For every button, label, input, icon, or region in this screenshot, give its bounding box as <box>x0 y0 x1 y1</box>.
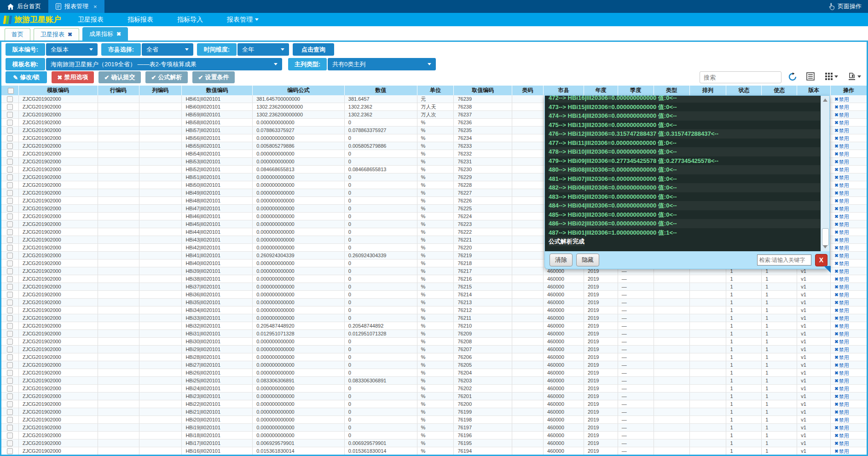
disable-row-link[interactable]: ✖禁用 <box>834 252 849 259</box>
row-checkbox[interactable] <box>7 409 13 415</box>
disable-row-link[interactable]: ✖禁用 <box>834 283 849 290</box>
row-checkbox[interactable] <box>7 245 13 251</box>
row-checkbox[interactable] <box>7 448 13 454</box>
disable-row-link[interactable]: ✖禁用 <box>834 197 849 204</box>
row-checkbox[interactable] <box>7 370 13 376</box>
row-checkbox[interactable] <box>7 159 13 165</box>
disable-row-link[interactable]: ✖禁用 <box>834 205 849 212</box>
row-checkbox[interactable] <box>7 331 13 337</box>
disable-row-link[interactable]: ✖禁用 <box>834 432 849 439</box>
row-checkbox[interactable] <box>7 292 13 298</box>
console-clear-button[interactable]: 清除 <box>550 254 573 266</box>
disable-row-link[interactable]: ✖禁用 <box>834 377 849 384</box>
set-condition-button[interactable]: ✔设置条件 <box>192 71 235 83</box>
disable-row-link[interactable]: ✖禁用 <box>834 409 849 416</box>
disable-row-link[interactable]: ✖禁用 <box>834 96 849 103</box>
header-value-code[interactable]: 数值编码 <box>182 86 253 95</box>
disable-row-link[interactable]: ✖禁用 <box>834 299 849 306</box>
row-checkbox[interactable] <box>7 229 13 235</box>
disable-row-link[interactable]: ✖禁用 <box>834 111 849 118</box>
scrollbar-thumb[interactable] <box>822 228 829 246</box>
console-hide-button[interactable]: 隐藏 <box>576 254 599 266</box>
home-tab[interactable]: 后台首页 <box>0 0 48 13</box>
row-checkbox[interactable] <box>7 362 13 368</box>
query-button[interactable]: 点击查询 <box>293 43 334 56</box>
row-checkbox[interactable] <box>7 346 13 352</box>
disable-row-link[interactable]: ✖禁用 <box>834 330 849 337</box>
row-checkbox[interactable] <box>7 174 13 180</box>
tab-result-indicator[interactable]: 成果指标✖ <box>82 27 128 40</box>
disable-row-link[interactable]: ✖禁用 <box>834 276 849 283</box>
row-checkbox[interactable] <box>7 417 13 423</box>
disable-row-link[interactable]: ✖禁用 <box>834 338 849 345</box>
header-quarter[interactable]: 季度 <box>618 86 654 95</box>
disable-row-link[interactable]: ✖禁用 <box>834 213 849 220</box>
list-view-button[interactable] <box>806 72 815 81</box>
disable-row-link[interactable]: ✖禁用 <box>834 315 849 322</box>
disable-row-link[interactable]: ✖禁用 <box>834 150 849 157</box>
scroll-up-icon[interactable] <box>823 98 827 102</box>
row-checkbox[interactable] <box>7 276 13 282</box>
header-formula[interactable]: 编码公式 <box>253 86 345 95</box>
header-county[interactable]: 市县 <box>544 86 584 95</box>
row-checkbox[interactable] <box>7 253 13 259</box>
search-input[interactable] <box>700 71 781 83</box>
header-template-code[interactable]: 模板编码 <box>19 86 98 95</box>
header-operation[interactable]: 操作 <box>831 86 867 95</box>
modify-lock-button[interactable]: ✎修改/锁 <box>6 71 47 83</box>
header-version[interactable]: 版本 <box>797 86 831 95</box>
confirm-submit-button[interactable]: ✔确认提交 <box>98 71 141 83</box>
row-checkbox[interactable] <box>7 354 13 360</box>
row-checkbox[interactable] <box>7 190 13 196</box>
disable-options-button[interactable]: ✖禁用选项 <box>52 71 94 83</box>
header-year[interactable]: 年度 <box>584 86 618 95</box>
row-checkbox[interactable] <box>7 323 13 329</box>
coltype-select[interactable]: 共有0类主列 <box>328 58 436 70</box>
disable-row-link[interactable]: ✖禁用 <box>834 448 849 455</box>
row-checkbox[interactable] <box>7 440 13 446</box>
header-class-code[interactable]: 类码 <box>512 86 544 95</box>
header-unit[interactable]: 单位 <box>417 86 454 95</box>
row-checkbox[interactable] <box>7 104 13 110</box>
disable-row-link[interactable]: ✖禁用 <box>834 166 849 173</box>
disable-row-link[interactable]: ✖禁用 <box>834 182 849 189</box>
time-select[interactable]: 全年 <box>237 43 289 56</box>
disable-row-link[interactable]: ✖禁用 <box>834 369 849 376</box>
row-checkbox[interactable] <box>7 393 13 399</box>
disable-row-link[interactable]: ✖禁用 <box>834 143 849 150</box>
header-fetch-code[interactable]: 取值编码 <box>454 86 512 95</box>
disable-row-link[interactable]: ✖禁用 <box>834 393 849 400</box>
template-select[interactable]: 海南旅游卫星账户（2019全省） ——表2-专项核算成果 <box>46 58 282 70</box>
row-checkbox[interactable] <box>7 315 13 321</box>
header-value[interactable]: 数值 <box>345 86 417 95</box>
disable-row-link[interactable]: ✖禁用 <box>834 229 849 236</box>
row-checkbox[interactable] <box>7 300 13 306</box>
disable-row-link[interactable]: ✖禁用 <box>834 221 849 228</box>
row-checkbox[interactable] <box>7 182 13 188</box>
header-order[interactable]: 排列 <box>690 86 727 95</box>
select-all-checkbox[interactable] <box>8 88 14 94</box>
row-checkbox[interactable] <box>7 425 13 431</box>
menu-report-management[interactable]: 报表管理 <box>215 13 271 26</box>
disable-row-link[interactable]: ✖禁用 <box>834 127 849 134</box>
disable-row-link[interactable]: ✖禁用 <box>834 104 849 110</box>
page-operations[interactable]: 页面操作 <box>822 0 868 13</box>
disable-row-link[interactable]: ✖禁用 <box>834 244 849 251</box>
row-checkbox[interactable] <box>7 120 13 126</box>
row-checkbox[interactable] <box>7 433 13 439</box>
row-checkbox[interactable] <box>7 206 13 212</box>
console-search-input[interactable] <box>757 254 811 266</box>
disable-row-link[interactable]: ✖禁用 <box>834 362 849 369</box>
disable-row-link[interactable]: ✖禁用 <box>834 385 849 392</box>
row-checkbox[interactable] <box>7 143 13 149</box>
header-status[interactable]: 状态 <box>726 86 762 95</box>
export-button[interactable] <box>848 72 861 81</box>
disable-row-link[interactable]: ✖禁用 <box>834 346 849 353</box>
header-col-code[interactable]: 列编码 <box>139 86 182 95</box>
row-checkbox[interactable] <box>7 127 13 133</box>
disable-row-link[interactable]: ✖禁用 <box>834 260 849 267</box>
console-scrollbar[interactable] <box>821 96 829 251</box>
tab-satellite-report[interactable]: 卫星报表✖ <box>34 28 79 40</box>
disable-row-link[interactable]: ✖禁用 <box>834 174 849 181</box>
formula-parse-button[interactable]: ✔公式解析 <box>145 71 188 83</box>
